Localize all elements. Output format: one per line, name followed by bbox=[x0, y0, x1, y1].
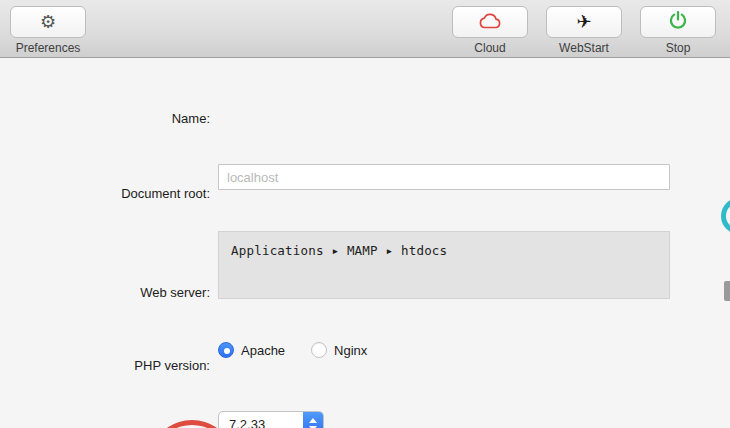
chevron-up-icon bbox=[309, 418, 317, 423]
stop-label: Stop bbox=[666, 41, 691, 55]
document-root-box[interactable]: Applications ▸ MAMP ▸ htdocs bbox=[218, 231, 670, 299]
toolbar: ⚙ Preferences Cloud ✈ bbox=[0, 0, 730, 58]
document-root-label: Document root: bbox=[0, 186, 210, 201]
php-version-value: 7.2.33 bbox=[219, 417, 265, 428]
php-version-label: PHP version: bbox=[0, 358, 210, 373]
web-server-label: Web server: bbox=[0, 285, 210, 300]
power-icon bbox=[669, 11, 687, 33]
radio-option-nginx[interactable]: Nginx bbox=[311, 342, 367, 358]
airplane-icon: ✈ bbox=[576, 13, 591, 31]
php-version-select[interactable]: 7.2.33 bbox=[218, 411, 324, 428]
background-gray-fragment bbox=[724, 281, 730, 301]
cloud-toolbar-item: Cloud bbox=[452, 6, 528, 55]
select-stepper-icon[interactable] bbox=[303, 412, 323, 428]
web-server-radio-group: Apache Nginx bbox=[218, 342, 367, 358]
webstart-button[interactable]: ✈ bbox=[546, 6, 622, 38]
name-label: Name: bbox=[0, 111, 210, 126]
cloud-label: Cloud bbox=[474, 41, 505, 55]
cloud-button[interactable] bbox=[452, 6, 528, 38]
toolbar-left-group: ⚙ Preferences bbox=[10, 6, 86, 55]
nginx-option-label: Nginx bbox=[334, 343, 367, 358]
webstart-label: WebStart bbox=[559, 41, 609, 55]
apache-option-label: Apache bbox=[241, 343, 285, 358]
stop-toolbar-item: Stop bbox=[640, 6, 716, 55]
preferences-label: Preferences bbox=[16, 41, 81, 55]
cloud-icon bbox=[478, 12, 502, 33]
preferences-toolbar-item: ⚙ Preferences bbox=[10, 6, 86, 55]
stop-button[interactable] bbox=[640, 6, 716, 38]
webstart-toolbar-item: ✈ WebStart bbox=[546, 6, 622, 55]
gear-icon: ⚙ bbox=[40, 13, 56, 31]
radio-selected-icon[interactable] bbox=[218, 342, 234, 358]
name-input[interactable] bbox=[218, 164, 670, 190]
radio-option-apache[interactable]: Apache bbox=[218, 342, 285, 358]
preferences-button[interactable]: ⚙ bbox=[10, 6, 86, 38]
settings-form: Name: Document root: Applications ▸ MAMP… bbox=[0, 59, 730, 428]
mamp-window: ⚙ Preferences Cloud ✈ bbox=[0, 0, 730, 428]
toolbar-right-group: Cloud ✈ WebStart Stop bbox=[452, 6, 716, 55]
radio-unselected-icon[interactable] bbox=[311, 342, 327, 358]
document-root-path: Applications ▸ MAMP ▸ htdocs bbox=[231, 243, 447, 258]
